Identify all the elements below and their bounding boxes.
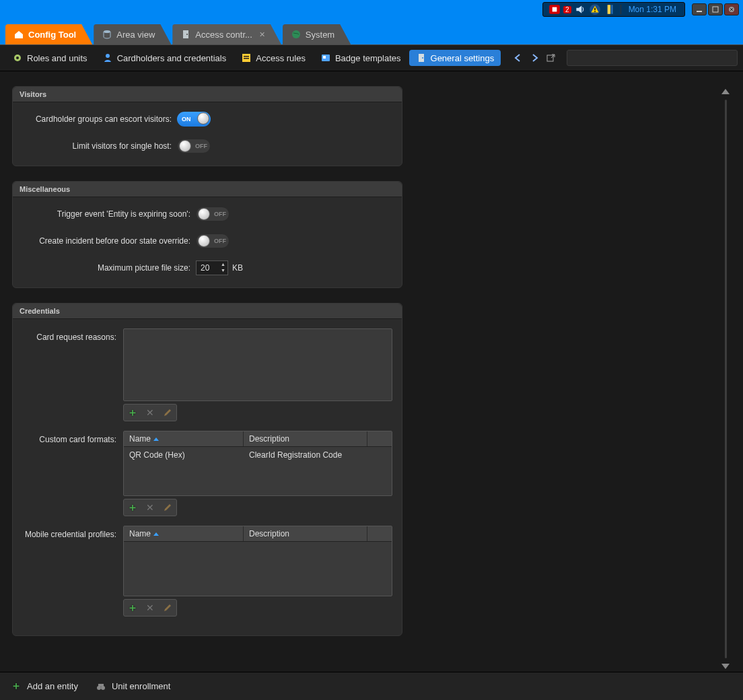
svg-rect-18 bbox=[244, 58, 249, 59]
trigger-event-toggle[interactable]: OFF bbox=[196, 207, 229, 221]
sort-asc-icon bbox=[153, 532, 159, 536]
nav-detach-button[interactable] bbox=[544, 50, 559, 65]
tab-area-view[interactable]: Area view bbox=[94, 24, 171, 44]
col-name[interactable]: Name bbox=[124, 431, 244, 446]
nav-label: Cardholders and credentials bbox=[117, 53, 227, 63]
door-icon bbox=[180, 29, 191, 40]
col-name[interactable]: Name bbox=[124, 526, 244, 541]
svg-point-15 bbox=[106, 54, 110, 58]
tab-access-control[interactable]: Access contr... ✕ bbox=[172, 24, 281, 44]
col-spacer bbox=[367, 431, 392, 446]
table-row[interactable]: QR Code (Hex)ClearId Registration Code bbox=[124, 447, 392, 463]
unit-enrollment-button[interactable]: Unit enrollment bbox=[96, 681, 170, 692]
nav-label: General settings bbox=[431, 53, 495, 63]
add-button[interactable]: ＋ bbox=[125, 600, 140, 615]
nav-roles-units[interactable]: Roles and units bbox=[5, 50, 94, 66]
card-request-reasons-list[interactable] bbox=[123, 328, 392, 401]
panel-header: Credentials bbox=[13, 304, 402, 319]
toggle-on-label: ON bbox=[182, 116, 191, 123]
trigger-event-label: Trigger event 'Entity is expiring soon': bbox=[22, 209, 196, 219]
add-entity-button[interactable]: ＋ Add an entity bbox=[11, 679, 78, 693]
svg-rect-5 bbox=[611, 5, 612, 14]
tab-label: System bbox=[306, 30, 334, 40]
svg-rect-23 bbox=[547, 55, 553, 61]
scrollbar[interactable] bbox=[720, 86, 731, 672]
nav-label: Badge templates bbox=[335, 53, 401, 63]
panel-header: Miscellaneous bbox=[13, 182, 402, 197]
svg-point-9 bbox=[104, 30, 110, 33]
profiles-actions: ＋ ✕ bbox=[123, 599, 177, 617]
svg-point-14 bbox=[16, 57, 19, 59]
person-icon bbox=[102, 53, 113, 63]
tab-label: Area view bbox=[116, 30, 155, 40]
nav-back-button[interactable] bbox=[510, 50, 525, 65]
close-window-button[interactable] bbox=[724, 3, 739, 15]
col-description[interactable]: Description bbox=[244, 431, 367, 446]
gears-icon bbox=[12, 53, 23, 63]
custom-card-formats-table[interactable]: Name Description QR Code (Hex)ClearId Re… bbox=[123, 431, 392, 496]
scroll-down-icon[interactable] bbox=[721, 664, 730, 669]
create-incident-toggle[interactable]: OFF bbox=[196, 234, 229, 248]
spinner-up-icon[interactable]: ▲ bbox=[221, 262, 226, 267]
window-controls bbox=[692, 3, 739, 15]
tab-config-tool[interactable]: Config Tool bbox=[5, 24, 92, 44]
edit-button[interactable] bbox=[160, 405, 175, 420]
close-tab-icon[interactable]: ✕ bbox=[259, 30, 265, 39]
mobile-credential-profiles-table[interactable]: Name Description bbox=[123, 526, 392, 596]
nav-forward-button[interactable] bbox=[528, 50, 542, 65]
pencil-icon bbox=[163, 603, 172, 612]
nav-general-settings[interactable]: General settings bbox=[409, 50, 501, 66]
shield-alert-icon[interactable] bbox=[549, 4, 561, 15]
nav-label: Roles and units bbox=[27, 53, 87, 63]
clock-label[interactable]: Mon 1:31 PM bbox=[626, 5, 679, 14]
footer-bar: ＋ Add an entity Unit enrollment bbox=[0, 672, 743, 700]
plus-icon: ＋ bbox=[127, 406, 138, 420]
search-input[interactable] bbox=[567, 50, 738, 66]
svg-rect-7 bbox=[713, 7, 718, 12]
minimize-button[interactable] bbox=[692, 3, 707, 15]
edit-button[interactable] bbox=[160, 600, 175, 615]
limit-visitors-label: Limit visitors for single host: bbox=[22, 141, 177, 151]
section-toolbar: Roles and units Cardholders and credenti… bbox=[0, 44, 743, 71]
nav-label: Access rules bbox=[256, 53, 306, 63]
max-picture-size-label: Maximum picture file size: bbox=[22, 263, 196, 273]
col-description[interactable]: Description bbox=[244, 526, 367, 541]
max-picture-size-input[interactable]: 20 ▲ ▼ bbox=[196, 260, 228, 275]
maximize-button[interactable] bbox=[708, 3, 723, 15]
delete-button[interactable]: ✕ bbox=[143, 500, 157, 515]
col-spacer bbox=[367, 526, 392, 541]
add-button[interactable]: ＋ bbox=[125, 500, 140, 515]
nav-cardholders[interactable]: Cardholders and credentials bbox=[96, 50, 234, 66]
delete-button[interactable]: ✕ bbox=[143, 405, 157, 420]
panel-visitors: Visitors Cardholder groups can escort vi… bbox=[12, 86, 402, 166]
edit-button[interactable] bbox=[160, 500, 175, 515]
svg-rect-6 bbox=[697, 11, 702, 12]
spinner-down-icon[interactable]: ▼ bbox=[221, 268, 226, 273]
notifications-badge[interactable]: 2 bbox=[563, 6, 571, 13]
volume-icon[interactable] bbox=[574, 4, 586, 15]
rules-icon bbox=[241, 53, 252, 63]
pencil-icon bbox=[163, 408, 172, 417]
tab-system[interactable]: System bbox=[283, 24, 351, 44]
warning-triangle-icon[interactable] bbox=[589, 4, 601, 15]
panel-header: Visitors bbox=[13, 87, 402, 102]
scroll-up-icon[interactable] bbox=[721, 89, 730, 94]
main-tab-row: Config Tool Area view Access contr... ✕ … bbox=[0, 19, 743, 44]
tab-label: Access contr... bbox=[195, 30, 252, 40]
svg-rect-2 bbox=[594, 8, 596, 10]
card-request-reasons-label: Card request reasons: bbox=[22, 328, 123, 421]
footer-label: Add an entity bbox=[27, 681, 78, 691]
table-head: Name Description bbox=[124, 526, 392, 542]
cell-name: QR Code (Hex) bbox=[124, 449, 244, 461]
delete-button[interactable]: ✕ bbox=[143, 600, 157, 615]
battery-icon[interactable] bbox=[604, 4, 616, 15]
escort-visitors-toggle[interactable]: ON bbox=[177, 112, 211, 127]
cell-desc: ClearId Registration Code bbox=[244, 449, 392, 461]
panel-miscellaneous: Miscellaneous Trigger event 'Entity is e… bbox=[12, 181, 402, 288]
toggle-off-label: OFF bbox=[214, 211, 226, 217]
svg-rect-3 bbox=[594, 11, 596, 12]
nav-badge-templates[interactable]: Badge templates bbox=[314, 50, 408, 66]
add-button[interactable]: ＋ bbox=[125, 405, 140, 420]
nav-access-rules[interactable]: Access rules bbox=[234, 50, 312, 66]
limit-visitors-toggle[interactable]: OFF bbox=[177, 139, 211, 153]
